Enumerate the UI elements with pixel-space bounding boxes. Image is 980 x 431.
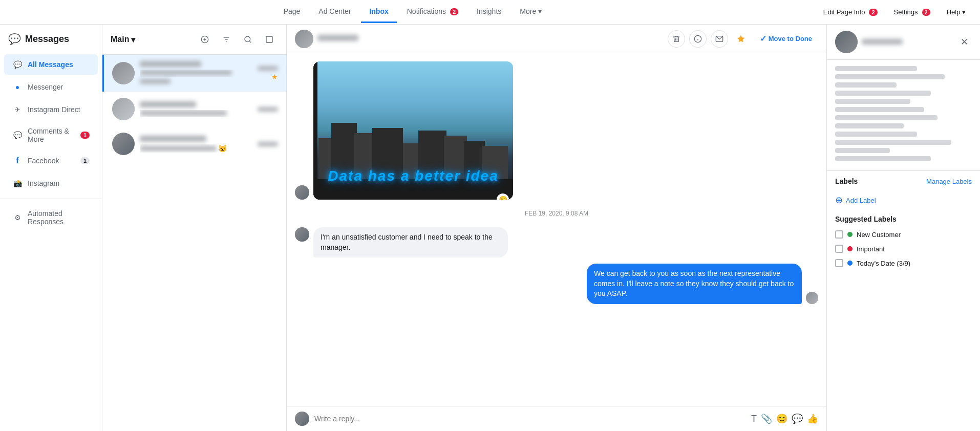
nav-ad-center[interactable]: Ad Center: [310, 1, 359, 23]
main-label[interactable]: Main ▾: [111, 35, 135, 45]
emoji-icon[interactable]: 😊: [776, 413, 787, 424]
manage-labels-link[interactable]: Manage Labels: [926, 178, 972, 185]
new-message-icon: [201, 35, 209, 44]
nav-insights[interactable]: Insights: [468, 1, 509, 23]
info-icon: [694, 35, 702, 43]
msg-meta-3: [258, 142, 278, 146]
sidebar-title: 💬 Messages: [0, 25, 102, 53]
messages-panel: Main ▾: [102, 25, 287, 431]
chat-reply-input[interactable]: [314, 413, 746, 425]
top-nav-right: Edit Page Info 2 Settings 2 Help ▾: [817, 5, 972, 19]
star-icon-1: ★: [271, 73, 278, 81]
incoming-avatar-text: [295, 227, 309, 242]
message-item-3[interactable]: 😺: [102, 126, 286, 161]
suggested-title: Suggested Labels: [835, 215, 972, 223]
facebook-icon: f: [12, 156, 23, 166]
like-icon[interactable]: 👍: [807, 413, 818, 424]
nav-inbox[interactable]: Inbox: [361, 1, 396, 23]
msg-avatar-2: [112, 98, 135, 120]
chat-image-visual: Data has a better idea: [313, 61, 513, 200]
chat-header: ✓ Move to Done: [287, 25, 826, 53]
sidebar-item-all-messages[interactable]: 💬 All Messages: [4, 54, 98, 75]
date-divider: FEB 19, 2020, 9:08 AM: [295, 210, 818, 217]
right-panel: ✕ Labels Manage Labels ⊕ Add La: [826, 25, 980, 431]
select-btn[interactable]: [261, 31, 278, 48]
msg-avatar-3: [112, 133, 135, 155]
star-action-btn[interactable]: [732, 30, 750, 48]
sidebar-item-automated-responses[interactable]: ⚙ Automated Responses: [4, 204, 98, 231]
labels-section: Labels Manage Labels ⊕ Add Label: [827, 170, 980, 215]
filter-btn[interactable]: [218, 31, 235, 48]
checkmark-icon: ✓: [760, 34, 766, 44]
chat-header-name: [317, 35, 358, 42]
input-avatar: [295, 412, 309, 426]
notifications-badge: 2: [450, 8, 458, 15]
label-checkbox-new-customer[interactable]: [835, 230, 843, 239]
sticker-icon[interactable]: 💬: [792, 413, 803, 424]
sidebar-item-comments-more[interactable]: 💬 Comments & More 1: [4, 122, 98, 148]
outgoing-bubble-text: We can get back to you as soon as the ne…: [587, 264, 802, 304]
label-item-important: Important: [835, 242, 972, 256]
message-item-2[interactable]: [102, 92, 286, 126]
help-btn[interactable]: Help ▾: [941, 5, 972, 19]
email-icon: [715, 35, 723, 43]
settings-btn[interactable]: Settings 2: [888, 5, 936, 19]
instagram-direct-icon: ✈: [12, 104, 23, 115]
delete-btn[interactable]: [668, 30, 685, 48]
incoming-avatar-img: [295, 185, 309, 200]
filter-icon: [222, 35, 230, 44]
nav-page[interactable]: Page: [275, 1, 309, 23]
add-label-btn[interactable]: ⊕ Add Label: [835, 191, 972, 209]
label-dot-new-customer: [847, 232, 853, 237]
select-icon: [265, 35, 273, 44]
label-checkbox-important[interactable]: [835, 245, 843, 253]
svg-point-4: [245, 36, 250, 42]
suggested-labels-section: Suggested Labels New Customer Important …: [827, 215, 980, 276]
edit-page-info-btn[interactable]: Edit Page Info 2: [817, 5, 884, 19]
label-checkbox-todays-date[interactable]: [835, 259, 843, 267]
attach-icon[interactable]: 📎: [761, 413, 772, 424]
search-btn[interactable]: [239, 31, 257, 48]
incoming-bubble-text: I'm an unsatisfied customer and I need t…: [313, 227, 508, 257]
all-messages-icon: 💬: [12, 59, 23, 70]
label-item-todays-date: Today's Date (3/9): [835, 256, 972, 270]
right-panel-close-btn[interactable]: ✕: [956, 34, 972, 50]
chat-input-area: T 📎 😊 💬 👍: [287, 406, 826, 431]
move-to-done-btn[interactable]: ✓ Move to Done: [754, 31, 818, 47]
msg-content-2: [140, 101, 252, 117]
sidebar-item-messenger[interactable]: ● Messenger: [4, 77, 98, 97]
automated-responses-icon: ⚙: [12, 212, 23, 223]
svg-marker-10: [737, 35, 744, 42]
input-actions: T 📎 😊 💬 👍: [751, 413, 818, 424]
sidebar-item-instagram-direct[interactable]: ✈ Instagram Direct: [4, 99, 98, 120]
outgoing-message: We can get back to you as soon as the ne…: [295, 264, 818, 304]
header-icons: [196, 31, 278, 48]
nav-notifications[interactable]: Notifications 2: [399, 1, 466, 23]
message-list: ★: [102, 55, 286, 431]
chat-messages: Data has a better idea 😊 FEB 19, 2020, 9…: [287, 53, 826, 406]
sidebar-item-instagram[interactable]: 📸 Instagram: [4, 173, 98, 193]
outgoing-avatar: [806, 292, 818, 304]
svg-rect-5: [266, 36, 272, 42]
star-header-icon: [737, 35, 745, 43]
new-message-btn[interactable]: [196, 31, 214, 48]
top-nav: Page Ad Center Inbox Notifications 2 Ins…: [0, 0, 980, 25]
instagram-icon: 📸: [12, 178, 23, 188]
message-item-1[interactable]: ★: [102, 55, 286, 92]
add-label-plus-icon: ⊕: [835, 195, 843, 206]
email-btn[interactable]: [711, 30, 728, 48]
text-style-icon[interactable]: T: [751, 414, 757, 424]
image-message: Data has a better idea 😊: [295, 61, 818, 200]
chat-header-actions: ✓ Move to Done: [668, 30, 818, 48]
facebook-badge: 1: [80, 157, 90, 164]
chat-header-avatar: [295, 30, 313, 48]
sidebar-item-facebook[interactable]: f Facebook 1: [4, 150, 98, 171]
label-text-important: Important: [857, 245, 885, 253]
info-btn[interactable]: [689, 30, 707, 48]
nav-more[interactable]: More ▾: [512, 1, 550, 23]
label-dot-important: [847, 246, 853, 251]
search-icon: [244, 35, 252, 44]
right-panel-header: ✕: [827, 25, 980, 60]
chat-image-container: Data has a better idea 😊: [313, 61, 513, 200]
msg-content-3: 😺: [140, 136, 252, 153]
